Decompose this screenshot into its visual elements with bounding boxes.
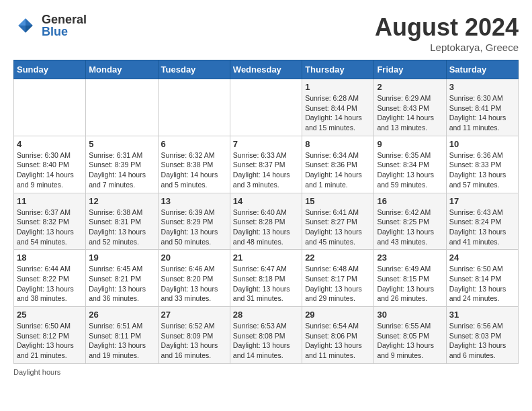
day-info: Sunrise: 6:56 AMSunset: 8:03 PMDaylight:… [449, 321, 515, 361]
day-info: Sunrise: 6:45 AMSunset: 8:21 PMDaylight:… [89, 264, 154, 304]
calendar-cell: 1Sunrise: 6:28 AMSunset: 8:44 PMDaylight… [302, 79, 374, 136]
day-number: 19 [89, 253, 154, 263]
day-of-week-header: Thursday [302, 60, 374, 79]
calendar-cell: 15Sunrise: 6:41 AMSunset: 8:27 PMDayligh… [302, 193, 374, 250]
day-of-week-header: Tuesday [158, 60, 230, 79]
day-info: Sunrise: 6:43 AMSunset: 8:24 PMDaylight:… [449, 208, 515, 247]
calendar-week-row: 1Sunrise: 6:28 AMSunset: 8:44 PMDaylight… [14, 79, 519, 136]
calendar-cell: 9Sunrise: 6:35 AMSunset: 8:34 PMDaylight… [374, 136, 446, 193]
calendar-cell: 3Sunrise: 6:30 AMSunset: 8:41 PMDaylight… [446, 79, 518, 136]
calendar-cell: 25Sunrise: 6:50 AMSunset: 8:12 PMDayligh… [14, 307, 86, 364]
calendar-cell: 11Sunrise: 6:37 AMSunset: 8:32 PMDayligh… [14, 193, 86, 250]
day-info: Sunrise: 6:54 AMSunset: 8:06 PMDaylight:… [305, 321, 371, 361]
day-info: Sunrise: 6:53 AMSunset: 8:08 PMDaylight:… [233, 321, 299, 361]
day-info: Sunrise: 6:32 AMSunset: 8:38 PMDaylight:… [161, 150, 227, 190]
calendar-header-row: SundayMondayTuesdayWednesdayThursdayFrid… [14, 60, 519, 79]
day-number: 22 [305, 253, 371, 263]
calendar-cell [230, 79, 302, 136]
calendar-table: SundayMondayTuesdayWednesdayThursdayFrid… [13, 60, 519, 364]
calendar-cell: 24Sunrise: 6:50 AMSunset: 8:14 PMDayligh… [446, 250, 518, 307]
day-number: 31 [449, 310, 515, 320]
calendar-week-row: 18Sunrise: 6:44 AMSunset: 8:22 PMDayligh… [14, 250, 519, 307]
day-info: Sunrise: 6:47 AMSunset: 8:18 PMDaylight:… [233, 264, 299, 304]
day-info: Sunrise: 6:52 AMSunset: 8:09 PMDaylight:… [161, 321, 227, 361]
calendar-cell: 13Sunrise: 6:39 AMSunset: 8:29 PMDayligh… [158, 193, 230, 250]
calendar-cell: 14Sunrise: 6:40 AMSunset: 8:28 PMDayligh… [230, 193, 302, 250]
logo-text: General Blue [42, 13, 87, 38]
day-info: Sunrise: 6:49 AMSunset: 8:15 PMDaylight:… [377, 264, 443, 304]
logo-general: General [42, 13, 87, 26]
day-number: 7 [233, 139, 299, 149]
calendar-cell: 18Sunrise: 6:44 AMSunset: 8:22 PMDayligh… [14, 250, 86, 307]
calendar-week-row: 4Sunrise: 6:30 AMSunset: 8:40 PMDaylight… [14, 136, 519, 193]
calendar-cell: 5Sunrise: 6:31 AMSunset: 8:39 PMDaylight… [86, 136, 158, 193]
day-number: 13 [161, 196, 227, 206]
calendar-cell: 12Sunrise: 6:38 AMSunset: 8:31 PMDayligh… [86, 193, 158, 250]
day-number: 17 [449, 196, 515, 206]
daylight-label: Daylight hours [13, 368, 60, 376]
day-info: Sunrise: 6:31 AMSunset: 8:39 PMDaylight:… [89, 150, 154, 190]
day-info: Sunrise: 6:37 AMSunset: 8:32 PMDaylight:… [17, 208, 83, 247]
page-header: General Blue August 2024 Leptokarya, Gre… [13, 13, 519, 53]
day-number: 4 [17, 139, 83, 149]
day-number: 26 [89, 310, 154, 320]
day-number: 30 [377, 310, 443, 320]
day-number: 12 [89, 196, 154, 206]
day-number: 1 [305, 82, 371, 92]
title-block: August 2024 Leptokarya, Greece [375, 13, 519, 53]
day-of-week-header: Monday [86, 60, 158, 79]
day-of-week-header: Saturday [446, 60, 518, 79]
day-info: Sunrise: 6:28 AMSunset: 8:44 PMDaylight:… [305, 93, 371, 133]
day-number: 27 [161, 310, 227, 320]
day-info: Sunrise: 6:50 AMSunset: 8:12 PMDaylight:… [17, 321, 83, 361]
location: Leptokarya, Greece [375, 42, 519, 53]
day-info: Sunrise: 6:40 AMSunset: 8:28 PMDaylight:… [233, 208, 299, 247]
day-number: 23 [377, 253, 443, 263]
calendar-cell: 23Sunrise: 6:49 AMSunset: 8:15 PMDayligh… [374, 250, 446, 307]
day-info: Sunrise: 6:39 AMSunset: 8:29 PMDaylight:… [161, 208, 227, 247]
day-info: Sunrise: 6:48 AMSunset: 8:17 PMDaylight:… [305, 264, 371, 304]
day-info: Sunrise: 6:35 AMSunset: 8:34 PMDaylight:… [377, 150, 443, 190]
day-info: Sunrise: 6:41 AMSunset: 8:27 PMDaylight:… [305, 208, 371, 247]
day-info: Sunrise: 6:36 AMSunset: 8:33 PMDaylight:… [449, 150, 515, 190]
day-of-week-header: Friday [374, 60, 446, 79]
day-number: 29 [305, 310, 371, 320]
calendar-cell: 16Sunrise: 6:42 AMSunset: 8:25 PMDayligh… [374, 193, 446, 250]
day-number: 25 [17, 310, 83, 320]
calendar-cell: 19Sunrise: 6:45 AMSunset: 8:21 PMDayligh… [86, 250, 158, 307]
calendar-cell: 7Sunrise: 6:33 AMSunset: 8:37 PMDaylight… [230, 136, 302, 193]
day-of-week-header: Wednesday [230, 60, 302, 79]
month-year: August 2024 [375, 13, 519, 42]
day-info: Sunrise: 6:30 AMSunset: 8:41 PMDaylight:… [449, 93, 515, 133]
day-number: 3 [449, 82, 515, 92]
calendar-week-row: 25Sunrise: 6:50 AMSunset: 8:12 PMDayligh… [14, 307, 519, 364]
day-number: 8 [305, 139, 371, 149]
day-of-week-header: Sunday [14, 60, 86, 79]
calendar-cell: 8Sunrise: 6:34 AMSunset: 8:36 PMDaylight… [302, 136, 374, 193]
calendar-cell [86, 79, 158, 136]
day-number: 10 [449, 139, 515, 149]
day-info: Sunrise: 6:51 AMSunset: 8:11 PMDaylight:… [89, 321, 154, 361]
day-number: 18 [17, 253, 83, 263]
calendar-cell: 28Sunrise: 6:53 AMSunset: 8:08 PMDayligh… [230, 307, 302, 364]
calendar-cell: 10Sunrise: 6:36 AMSunset: 8:33 PMDayligh… [446, 136, 518, 193]
day-info: Sunrise: 6:44 AMSunset: 8:22 PMDaylight:… [17, 264, 83, 304]
calendar-cell: 17Sunrise: 6:43 AMSunset: 8:24 PMDayligh… [446, 193, 518, 250]
day-number: 5 [89, 139, 154, 149]
day-number: 15 [305, 196, 371, 206]
calendar-cell [158, 79, 230, 136]
day-info: Sunrise: 6:34 AMSunset: 8:36 PMDaylight:… [305, 150, 371, 190]
day-number: 11 [17, 196, 83, 206]
footer-note: Daylight hours [13, 368, 519, 376]
day-info: Sunrise: 6:42 AMSunset: 8:25 PMDaylight:… [377, 208, 443, 247]
calendar-cell: 4Sunrise: 6:30 AMSunset: 8:40 PMDaylight… [14, 136, 86, 193]
day-number: 14 [233, 196, 299, 206]
logo-icon [13, 13, 38, 38]
calendar-cell: 27Sunrise: 6:52 AMSunset: 8:09 PMDayligh… [158, 307, 230, 364]
calendar-cell: 2Sunrise: 6:29 AMSunset: 8:43 PMDaylight… [374, 79, 446, 136]
calendar-cell [14, 79, 86, 136]
day-number: 28 [233, 310, 299, 320]
day-number: 2 [377, 82, 443, 92]
day-number: 9 [377, 139, 443, 149]
day-number: 24 [449, 253, 515, 263]
